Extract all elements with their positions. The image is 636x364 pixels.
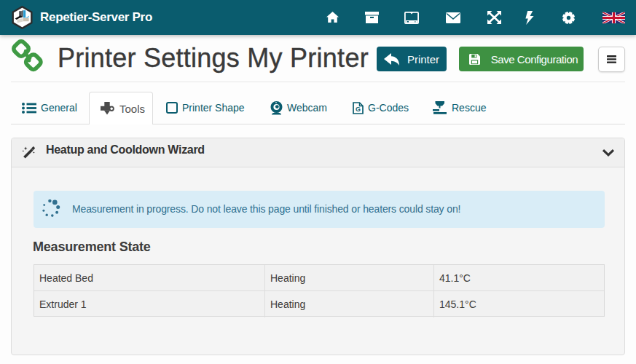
svg-text:G: G: [356, 106, 361, 113]
